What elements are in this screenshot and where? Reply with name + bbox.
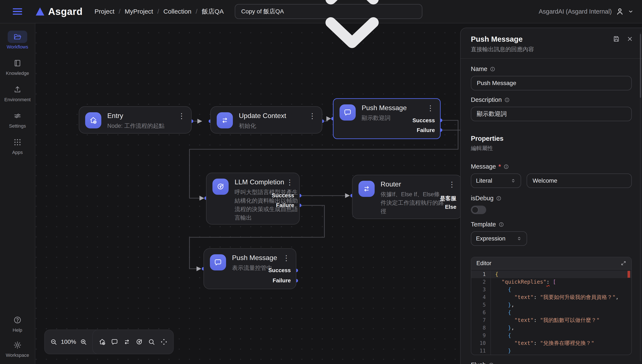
name-label: Name [471, 66, 632, 72]
error-marker [627, 271, 630, 278]
code-line: 9 { [471, 332, 631, 339]
kebab-menu-icon[interactable]: ⋮ [427, 104, 434, 112]
node-push-message-flow[interactable]: Push Message表示流量控管中⋮SuccessFailure [203, 248, 296, 289]
top-header: Asgard Project/MyProject/Collection/飯店QA… [0, 0, 642, 24]
brand-name: Asgard [48, 6, 83, 17]
account-label: AsgardAI (Asgard Internal) [539, 8, 612, 15]
palette-chat-icon[interactable] [111, 338, 118, 346]
code-line: 4 "text": "我要如何升級我的會員資格？", [471, 294, 631, 301]
sidebar-item-label: Knowledge [6, 70, 29, 76]
sidebar-item-environment[interactable]: Environment [4, 83, 31, 102]
sidebar-item-apps[interactable]: Apps [4, 136, 31, 155]
output-label: Failure [417, 127, 435, 134]
sidebar-item-label: Workspace [6, 352, 29, 358]
code-editor: Editor 1{2 "quickReplies": [3 {4 "text":… [471, 257, 632, 355]
swap-icon [358, 181, 375, 197]
palette-llm-icon[interactable] [135, 338, 143, 346]
output-label: Failure [273, 277, 291, 284]
zoom-in-icon[interactable] [80, 338, 87, 346]
kebab-menu-icon[interactable]: ⋮ [448, 181, 456, 188]
save-icon[interactable] [613, 35, 620, 42]
breadcrumb-separator: / [119, 8, 120, 15]
node-title: Update Context [239, 112, 286, 120]
code-line: 1{ [471, 270, 631, 278]
panel-title: Push Message [471, 35, 632, 43]
menu-icon[interactable] [13, 8, 22, 15]
kebab-menu-icon[interactable]: ⋮ [286, 178, 293, 186]
node-palette [92, 330, 174, 354]
zoom-out-icon[interactable] [50, 338, 58, 346]
chat-icon [210, 254, 226, 270]
message-value-input[interactable] [527, 174, 632, 188]
breadcrumb-item[interactable]: 飯店QA [202, 7, 224, 16]
node-title: Entry [107, 112, 123, 120]
message-type-select[interactable]: Literal [471, 174, 521, 188]
isdebug-toggle[interactable] [471, 206, 486, 214]
node-description: 初始化 [239, 122, 256, 130]
info-icon[interactable] [490, 66, 495, 72]
breadcrumb-item[interactable]: MyProject [125, 8, 153, 15]
node-router[interactable]: Router依據If、Else If、Else條件決定工作流程執行的路徑⋮是客服… [352, 175, 462, 219]
info-icon[interactable] [489, 362, 494, 364]
editor-body[interactable]: 1{2 "quickReplies": [3 {4 "text": "我要如何升… [471, 270, 631, 355]
node-title: Push Message [232, 254, 277, 262]
template-label: Template [471, 221, 632, 228]
line-number: 4 [471, 294, 490, 301]
select-chevrons-icon [516, 236, 522, 241]
expand-icon[interactable] [621, 260, 626, 266]
description-input[interactable] [471, 107, 632, 121]
palette-home-plus-icon[interactable] [98, 338, 106, 346]
flush-label: Flush [471, 362, 632, 364]
breadcrumb-item[interactable]: Collection [163, 8, 191, 15]
palette-search-icon[interactable] [148, 338, 155, 346]
select-chevrons-icon [510, 178, 516, 184]
info-icon[interactable] [496, 196, 502, 201]
sliders-icon [13, 112, 22, 120]
line-number: 11 [471, 347, 490, 355]
sidebar-item-settings[interactable]: Settings [4, 110, 31, 129]
line-number: 8 [471, 324, 490, 332]
breadcrumb-separator: / [196, 8, 197, 15]
node-llm-completion[interactable]: LLM Completion呼叫大型語言模型並產生結構化的資料輸出以輔助流程的決… [206, 173, 300, 224]
line-number: 2 [471, 278, 490, 286]
code-line: 7 "text": "我的點數可以做什麼？" [471, 316, 631, 324]
chat-icon [339, 104, 356, 120]
output-label: Else [445, 204, 457, 210]
select-chevrons-icon [288, 0, 416, 76]
palette-move-icon[interactable] [160, 338, 168, 346]
chevron-down-icon[interactable] [628, 9, 633, 14]
name-input[interactable] [471, 76, 632, 90]
sidebar-item-workflows[interactable]: Workflows [4, 30, 31, 50]
description-label: Description [471, 96, 632, 103]
template-select[interactable]: Expression [471, 231, 527, 246]
info-icon[interactable] [499, 222, 504, 227]
line-number: 7 [471, 316, 490, 324]
editor-header: Editor [471, 257, 631, 270]
breadcrumb-item[interactable]: Project [95, 8, 114, 15]
code-line: 3 { [471, 286, 631, 294]
close-icon[interactable] [626, 35, 633, 42]
sidebar-item-knowledge[interactable]: Knowledge [4, 57, 31, 76]
node-description: Node: 工作流程的起點 [107, 122, 164, 130]
info-icon[interactable] [504, 97, 510, 103]
user-icon[interactable] [616, 7, 624, 16]
sidebar-item-help[interactable]: Help [8, 314, 27, 333]
node-update-context[interactable]: Update Context初始化⋮ [210, 106, 322, 134]
output-label: Success [268, 267, 291, 274]
kebab-menu-icon[interactable]: ⋮ [178, 112, 185, 120]
home-plus-icon [85, 112, 101, 128]
info-icon[interactable] [503, 164, 509, 170]
node-push-message-welcome[interactable]: Push Message顯示歡迎詞⋮SuccessFailure [333, 98, 441, 139]
node-description: 顯示歡迎詞 [362, 114, 390, 122]
grid-icon [13, 138, 22, 146]
kebab-menu-icon[interactable]: ⋮ [283, 254, 290, 262]
line-number: 10 [471, 339, 490, 347]
kebab-menu-icon[interactable]: ⋮ [309, 112, 316, 120]
node-title: Push Message [362, 104, 407, 112]
sidebar-item-workspace[interactable]: Workspace [6, 339, 29, 358]
workflow-version-dropdown[interactable]: Copy of 飯店QA [235, 4, 422, 19]
panel-scrollbar-thumb[interactable] [640, 34, 641, 98]
node-entry[interactable]: EntryNode: 工作流程的起點⋮ [79, 106, 191, 134]
palette-swap-icon[interactable] [123, 338, 131, 346]
code-line: 8 }, [471, 324, 631, 332]
